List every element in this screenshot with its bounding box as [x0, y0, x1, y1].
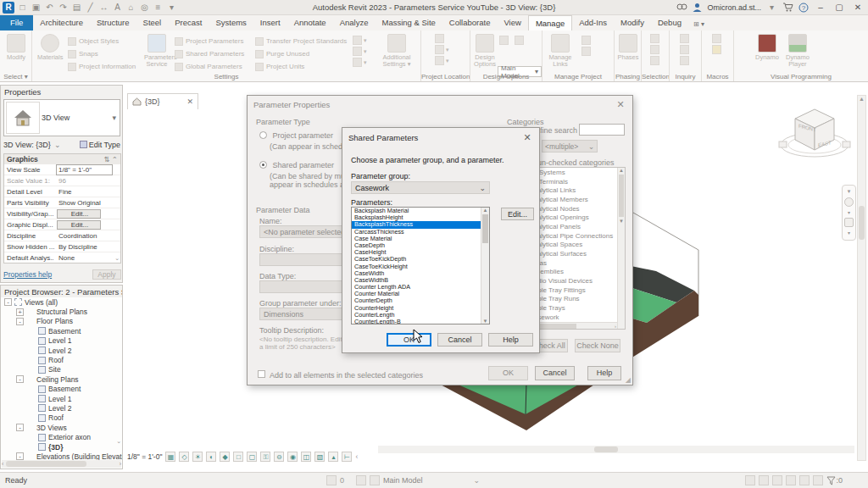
- element-ids-icon[interactable]: [680, 34, 689, 43]
- pp-ok-button[interactable]: OK: [488, 366, 528, 380]
- user-dropdown-icon[interactable]: ▾: [766, 2, 777, 13]
- tree-item[interactable]: Level 1: [1, 336, 122, 346]
- property-row[interactable]: Default Analys.. None: [4, 252, 120, 263]
- parameter-item[interactable]: CounterLength-B: [352, 319, 482, 324]
- tree-toggle-icon[interactable]: [28, 443, 36, 451]
- design-option-dropdown-icon[interactable]: ⌄: [474, 476, 481, 485]
- text-icon[interactable]: A: [112, 2, 123, 13]
- property-row[interactable]: Visibility/Grap... Edit...: [4, 208, 120, 219]
- tree-toggle-icon[interactable]: [28, 366, 36, 374]
- undo-icon[interactable]: ↶: [44, 2, 55, 13]
- property-row[interactable]: Parts Visibility Show Original: [4, 197, 120, 208]
- steering-wheel-icon[interactable]: [844, 197, 854, 207]
- settings-menu-item[interactable]: Project Parameters: [175, 36, 253, 47]
- category-search-input[interactable]: [579, 124, 625, 136]
- tree-item[interactable]: - Views (all): [1, 297, 122, 307]
- vertical-scrollbar[interactable]: ▲: [857, 95, 866, 461]
- reveal-hidden-elements-icon[interactable]: ◉: [287, 452, 298, 462]
- property-row[interactable]: Detail Level Fine: [4, 186, 120, 197]
- visual-style-icon[interactable]: ◇: [179, 452, 189, 462]
- 3d-view-icon[interactable]: ⌂: [125, 2, 136, 13]
- section-icon[interactable]: ◎: [139, 2, 150, 13]
- shadows-icon[interactable]: ◐: [206, 452, 216, 462]
- ribbon-tab[interactable]: Steel: [136, 15, 169, 30]
- save-selection-icon[interactable]: [650, 34, 659, 43]
- tree-toggle-icon[interactable]: [28, 347, 36, 354]
- ribbon-tab[interactable]: Analyze: [333, 15, 376, 30]
- settings-menu-item[interactable]: Global Parameters: [175, 61, 253, 72]
- horizontal-scrollbar-thumb[interactable]: [594, 446, 618, 452]
- vcb-overflow-icon[interactable]: ‹: [355, 452, 358, 461]
- vertical-scrollbar-thumb[interactable]: [859, 206, 865, 240]
- ribbon-tab[interactable]: Annotate: [287, 15, 333, 30]
- additional-settings-button[interactable]: Additional Settings ▾: [378, 34, 415, 68]
- restore-button[interactable]: ▢: [832, 2, 846, 14]
- ribbon-tab[interactable]: Insert: [253, 15, 287, 30]
- browser-horizontal-scrollbar[interactable]: ‹›: [2, 460, 121, 468]
- properties-help-link[interactable]: Properties help: [3, 270, 52, 279]
- tree-toggle-icon[interactable]: [28, 385, 36, 393]
- select-underlay-icon[interactable]: [786, 475, 796, 485]
- resize-grip[interactable]: ◢: [626, 376, 631, 384]
- pp-help-button[interactable]: Help: [587, 366, 621, 380]
- sp-cancel-button[interactable]: Cancel: [437, 333, 482, 347]
- save-icon[interactable]: ▣: [31, 2, 42, 13]
- panel-schedule-dropdown[interactable]: ▾: [353, 58, 367, 67]
- close-button[interactable]: ✕: [851, 2, 865, 14]
- temporary-hide-isolate-icon[interactable]: ⊖: [274, 452, 284, 462]
- filter-icon[interactable]: [826, 476, 836, 485]
- detail-level-icon[interactable]: ▦: [165, 452, 175, 462]
- add-to-all-checkbox-icon[interactable]: [258, 370, 265, 378]
- ribbon-tab[interactable]: View: [497, 15, 527, 30]
- mep-settings-dropdown[interactable]: ▾: [353, 47, 367, 56]
- ribbon-tab[interactable]: Modify: [614, 15, 651, 30]
- select-pinned-icon[interactable]: [799, 475, 810, 485]
- signed-in-user[interactable]: Omicron.ad.st...: [707, 3, 761, 12]
- tree-item[interactable]: + Structural Plans: [1, 307, 122, 316]
- ribbon-tab[interactable]: Manage: [528, 15, 572, 30]
- parameter-group-select[interactable]: Casework⌄: [351, 181, 490, 194]
- sp-help-button[interactable]: Help: [488, 333, 533, 347]
- redo-icon[interactable]: ↷: [58, 2, 69, 13]
- warnings-icon[interactable]: [680, 56, 689, 65]
- location-button[interactable]: [435, 34, 449, 43]
- shared-parameter-radio[interactable]: Shared parameter: [259, 160, 334, 169]
- print-icon[interactable]: ▤: [71, 2, 82, 13]
- manage-links-button[interactable]: Manage Links: [548, 34, 573, 68]
- property-row[interactable]: Graphic Displ... Edit...: [4, 219, 120, 230]
- ribbon-tab[interactable]: Add-Ins: [572, 15, 614, 30]
- parameters-list[interactable]: Backsplash MaterialBacksplashHeightBacks…: [351, 207, 490, 324]
- tree-toggle-icon[interactable]: -: [16, 424, 24, 431]
- tree-toggle-icon[interactable]: -: [4, 298, 12, 306]
- categories-vscrollbar[interactable]: ▲▼: [617, 168, 625, 329]
- tree-item[interactable]: Level 1: [1, 394, 122, 403]
- phases-button[interactable]: Phases: [615, 34, 641, 61]
- tree-toggle-icon[interactable]: [28, 434, 36, 441]
- aligned-dimension-icon[interactable]: ↔: [98, 2, 109, 13]
- tree-toggle-icon[interactable]: [28, 395, 36, 402]
- tree-toggle-icon[interactable]: [28, 337, 36, 345]
- tree-toggle-icon[interactable]: [28, 414, 36, 422]
- coordinates-dropdown[interactable]: ▾: [435, 45, 449, 54]
- decal-types-icon[interactable]: [581, 36, 591, 45]
- exclude-options-icon[interactable]: [759, 475, 769, 485]
- parameters-service-button[interactable]: Parameters Service: [144, 34, 170, 68]
- open-icon[interactable]: □: [17, 2, 28, 13]
- add-to-all-checkbox[interactable]: Add to all elements in the selected cate…: [258, 370, 423, 380]
- project-browser-header[interactable]: Project Browser: 2 - Parameters Service.…: [1, 286, 122, 297]
- tree-toggle-icon[interactable]: -: [16, 318, 24, 325]
- temporary-view-properties-icon[interactable]: ◫: [301, 452, 311, 462]
- minimize-button[interactable]: –: [814, 2, 827, 14]
- ribbon-tab[interactable]: Collaborate: [442, 15, 498, 30]
- edit-selection-icon[interactable]: [650, 56, 659, 65]
- property-row[interactable]: View Scale 1/8" = 1'-0": [4, 164, 120, 175]
- tree-item[interactable]: Roof: [1, 355, 122, 364]
- tree-toggle-icon[interactable]: [28, 404, 36, 412]
- navigation-bar[interactable]: ▾ ▾ ▾: [842, 185, 856, 241]
- design-options-dialog-icon[interactable]: [370, 475, 380, 485]
- shared-parameter-radio-icon[interactable]: [259, 161, 267, 169]
- press-drag-icon[interactable]: [772, 475, 782, 485]
- type-selector[interactable]: 3D View ▾: [3, 99, 120, 136]
- sun-path-icon[interactable]: ☀: [192, 452, 203, 462]
- shared-parameters-close-icon[interactable]: ✕: [521, 132, 533, 143]
